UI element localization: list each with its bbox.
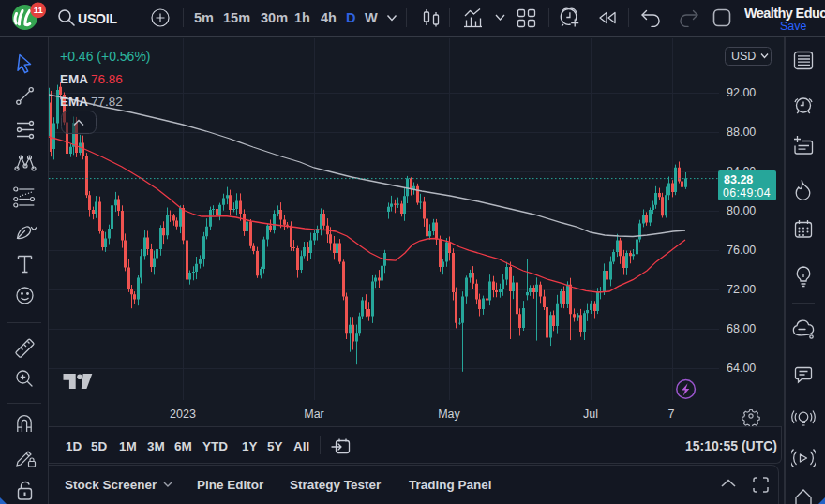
svg-text:06:49:04: 06:49:04 xyxy=(723,186,771,200)
svg-text:64.00: 64.00 xyxy=(727,362,756,375)
svg-text:11: 11 xyxy=(34,5,44,15)
svg-text:72.00: 72.00 xyxy=(727,283,756,296)
svg-text:2023: 2023 xyxy=(170,408,196,421)
svg-text:Jul: Jul xyxy=(583,408,598,421)
svg-text:76.86: 76.86 xyxy=(91,72,123,86)
svg-text:May: May xyxy=(438,408,460,421)
svg-text:80.00: 80.00 xyxy=(727,204,756,217)
svg-text:68.00: 68.00 xyxy=(727,322,756,335)
svg-text:+0.46 (+0.56%): +0.46 (+0.56%) xyxy=(60,49,151,64)
svg-text:77.82: 77.82 xyxy=(91,95,123,109)
svg-text:EMA: EMA xyxy=(60,95,88,109)
svg-text:EMA: EMA xyxy=(60,72,88,86)
svg-text:USD: USD xyxy=(731,50,756,63)
svg-text:92.00: 92.00 xyxy=(727,86,756,99)
svg-text:88.00: 88.00 xyxy=(727,126,756,139)
svg-text:76.00: 76.00 xyxy=(727,244,756,257)
svg-text:83.28: 83.28 xyxy=(724,173,753,186)
svg-text:Mar: Mar xyxy=(304,408,324,421)
svg-text:7: 7 xyxy=(668,408,675,421)
